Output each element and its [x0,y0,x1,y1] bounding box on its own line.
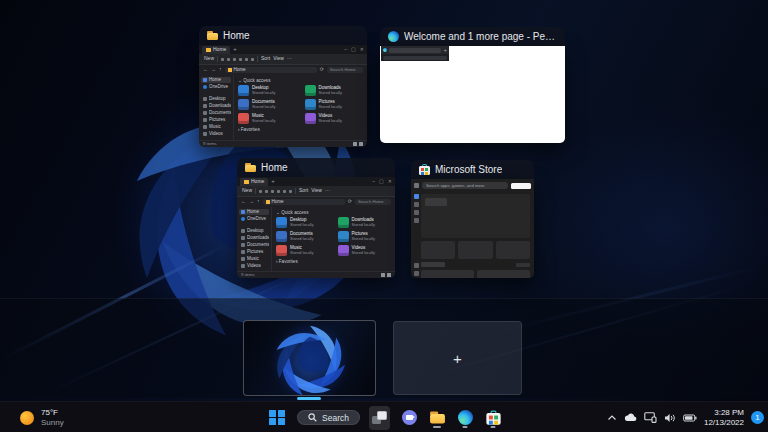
explorer-command-bar: New Sort View ⋯ [237,186,395,197]
window-thumbnail-store[interactable]: Microsoft Store Search apps, games, and … [411,160,534,278]
cast-device-icon [644,412,657,423]
onedrive-button[interactable] [624,413,637,422]
store-movies-icon [414,218,419,223]
battery-button[interactable] [683,414,697,422]
store-card [496,241,530,259]
rename-icon [239,58,242,61]
section-favorites: › Favorites [276,259,391,264]
forward-icon: → [211,67,216,73]
folder-icon [206,48,211,52]
new-desktop-button[interactable]: + [393,321,522,395]
explorer-titlebar: Home + – ▢ ✕ [199,45,367,54]
explorer-tab-title: Home [251,179,264,185]
back-icon: ← [203,67,208,73]
window-title: Welcome and 1 more page - Personal - Mic… [404,31,557,42]
chat-button[interactable] [399,406,420,430]
new-button: New [204,56,214,62]
quick-access-tile-videos: VideosStored locally [338,245,392,256]
store-nav-rail [411,192,421,278]
store-home-icon [414,194,419,199]
edge-tab-favicon [383,48,387,52]
copy-icon [265,190,268,193]
copy-icon [227,58,230,61]
window-title: Home [223,30,250,41]
address-bar: Home [225,67,317,74]
cloud-icon [624,413,637,422]
edge-button[interactable] [455,406,476,430]
quick-access-tile-downloads: DownloadsStored locally [305,85,364,96]
up-icon: ↑ [219,67,222,73]
system-tray: 3:28 PM 12/13/2022 1 [607,402,764,432]
store-gaming-icon [414,210,419,215]
cast-button[interactable] [644,412,657,423]
forward-icon: → [249,199,254,205]
pictures-tile-icon [305,99,316,110]
quick-access-tile-music: MusicStored locally [276,245,330,256]
sidebar-item-home: Home [201,77,231,83]
edge-tab-strip: + [381,46,449,61]
start-button[interactable] [266,406,288,430]
volume-button[interactable] [664,413,676,423]
desktop-tile-icon [238,85,249,96]
explorer-sidebar: Home OneDrive Desktop Downloads Document… [237,207,272,271]
store-button[interactable] [485,406,502,430]
explorer-command-bar: New Sort View ⋯ [199,54,367,65]
item-count: 9 items [241,273,255,278]
taskbar: 75°F Sunny Search [0,401,768,432]
more-button: ⋯ [287,56,292,62]
explorer-tab: Home [240,178,268,186]
folder-icon [228,68,232,72]
address-bar: Home [263,199,345,206]
file-explorer-icon [430,411,445,423]
desktop-tile-icon [276,217,287,228]
folder-icon [266,200,270,204]
running-indicator [433,426,441,428]
sidebar-item-videos: Videos [239,263,269,269]
section-quick-access: ⌄ Quick access [238,78,363,83]
file-explorer-button[interactable] [429,406,446,430]
explorer-status-bar: 9 items [237,271,395,278]
window-title: Home [261,162,288,173]
window-preview: Home + – ▢ ✕ New Sort Vie [199,45,367,147]
explorer-search-box: Search Home [355,199,391,206]
rename-icon [277,190,280,193]
edge-icon [388,31,399,42]
running-indicator [491,426,496,428]
refresh-icon: ⟳ [348,199,352,205]
sidebar-item-onedrive: OneDrive [239,216,269,222]
explorer-nav-bar: ← → ↑ Home ⟳ Search Home [199,65,367,75]
share-icon [283,190,286,193]
back-icon: ← [241,199,246,205]
window-thumbnail-edge[interactable]: Welcome and 1 more page - Personal - Mic… [380,27,565,143]
window-preview: Search apps, games, and more [411,179,534,278]
delete-icon [289,190,292,193]
window-thumbnail-explorer-top[interactable]: Home Home + – ▢ ✕ New [199,26,367,147]
sort-button: Sort [261,56,270,62]
quick-access-tile-documents: DocumentsStored locally [276,231,330,242]
sidebar-item-home: Home [239,209,269,215]
tray-chevron-button[interactable] [607,414,617,422]
quick-access-tile-music: MusicStored locally [238,113,297,124]
section-quick-access: ⌄ Quick access [276,210,391,215]
window-thumbnail-explorer-middle[interactable]: Home Home + – ▢ ✕ New [237,158,395,278]
cut-icon [221,58,224,61]
task-view-screen: Home Home + – ▢ ✕ New [0,0,768,432]
music-tile-icon [276,245,287,256]
notification-badge[interactable]: 1 [751,411,764,424]
store-search-box: Search apps, games, and more [422,182,508,189]
clock[interactable]: 3:28 PM 12/13/2022 [704,408,744,427]
explorer-content: ⌄ Quick access DesktopStored locally Dow… [272,207,395,271]
search-button[interactable]: Search [297,410,360,425]
videos-tile-icon [305,113,316,124]
active-desktop-indicator [297,397,321,400]
view-button: View [273,56,284,62]
sidebar-item-documents: Documents [239,242,269,248]
quick-access-tile-desktop: DesktopStored locally [238,85,297,96]
task-view-button[interactable] [369,406,390,430]
desktop1-thumbnail[interactable] [243,320,376,396]
sidebar-item-documents: Documents [201,110,231,116]
music-tile-icon [238,113,249,124]
edge-address-bar [383,56,447,60]
store-hero-chip [425,198,447,206]
address-text: Home [234,68,246,73]
